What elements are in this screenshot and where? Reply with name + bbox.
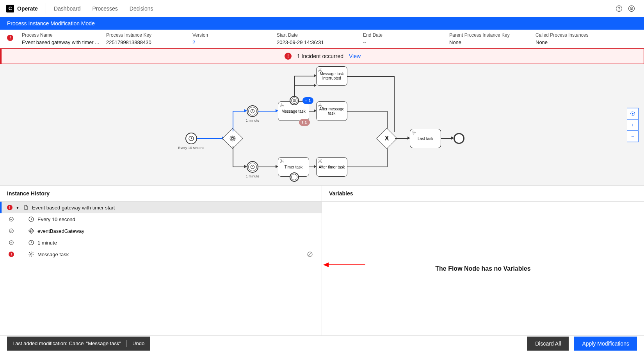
- bpmn-intermediate-timer-upper[interactable]: [247, 105, 258, 117]
- meta-label-version: Version: [192, 32, 270, 38]
- user-icon[interactable]: [625, 2, 638, 15]
- bpmn-boundary-message-event[interactable]: [290, 96, 299, 105]
- help-icon[interactable]: [613, 2, 625, 15]
- chip-divider: [126, 340, 127, 347]
- bpmn-intermediate-timer-lower[interactable]: [247, 161, 258, 173]
- check-status-icon: [9, 228, 14, 234]
- history-panel-title: Instance History: [0, 186, 322, 202]
- history-row-message-task[interactable]: ! Message task: [0, 248, 322, 260]
- svg-point-16: [413, 132, 415, 133]
- svg-point-23: [30, 230, 32, 232]
- check-status-icon: [9, 216, 14, 222]
- discard-all-button[interactable]: Discard All: [527, 337, 569, 351]
- svg-point-3: [631, 7, 633, 9]
- bottom-action-bar: Last added modification: Cancel "Message…: [0, 335, 644, 351]
- meta-label-process-instance-key: Process Instance Key: [106, 32, 186, 38]
- nav-link-processes[interactable]: Processes: [92, 5, 117, 12]
- token-badge-incident: !1: [299, 119, 310, 126]
- history-row-every-10-second[interactable]: Every 10 second: [0, 213, 322, 225]
- app-logo: C: [6, 5, 14, 12]
- svg-point-10: [281, 105, 283, 106]
- nav-link-decisions[interactable]: Decisions: [130, 5, 153, 12]
- meta-value-end-date: --: [363, 39, 443, 45]
- bpmn-start-label: Every 10 second: [176, 146, 207, 150]
- zoom-in-button[interactable]: +: [627, 119, 639, 131]
- svg-point-12: [320, 70, 321, 71]
- gear-icon: [28, 251, 34, 257]
- diagram-zoom-controls: + −: [627, 108, 639, 142]
- svg-point-8: [251, 109, 254, 113]
- history-root-label: Event based gateway with timer start: [32, 205, 115, 211]
- meta-label-process-name: Process Name: [22, 32, 100, 38]
- instance-history-panel: Instance History ! ▼ Event based gateway…: [0, 186, 322, 335]
- history-item-label: eventBasedGateway: [37, 228, 84, 234]
- meta-value-process-name: Event based gateway with timer ...: [22, 39, 100, 45]
- zoom-reset-button[interactable]: [627, 108, 639, 119]
- nav-link-dashboard[interactable]: Dashboard: [54, 5, 81, 12]
- history-item-label: Message task: [37, 252, 69, 257]
- svg-point-1: [619, 10, 619, 10]
- incident-strip-icon: !: [285, 53, 292, 60]
- svg-rect-11: [293, 100, 296, 102]
- undo-button[interactable]: Undo: [132, 340, 144, 346]
- meta-label-parent-key: Parent Process Instance Key: [449, 32, 529, 38]
- bpmn-diagram-viewport[interactable]: Every 10 second 1 minute 1 minute: [0, 64, 644, 186]
- check-status-icon: [9, 240, 14, 245]
- history-row-event-based-gateway[interactable]: eventBasedGateway: [0, 225, 322, 237]
- last-modification-chip: Last added modification: Cancel "Message…: [7, 337, 150, 351]
- cancel-modification-icon: [307, 251, 313, 257]
- history-root-row[interactable]: ! ▼ Event based gateway with timer start: [0, 202, 322, 213]
- variables-panel: Variables The Flow Node has no Variables: [322, 186, 644, 335]
- meta-value-start-date: 2023-09-29 14:36:31: [277, 39, 357, 45]
- diamond-icon: [28, 228, 34, 234]
- svg-point-13: [320, 105, 321, 106]
- document-icon: [23, 204, 29, 211]
- top-nav: C Operate Dashboard Processes Decisions: [0, 0, 644, 17]
- instance-meta-bar: ! Process Name Event based gateway with …: [0, 30, 644, 48]
- svg-point-24: [9, 241, 14, 245]
- bpmn-start-timer-event[interactable]: [185, 133, 197, 144]
- meta-label-called-processes: Called Process Instances: [535, 32, 633, 38]
- svg-marker-7: [231, 137, 234, 139]
- apply-modifications-button[interactable]: Apply Modifications: [574, 337, 637, 351]
- svg-point-21: [9, 229, 14, 233]
- incident-status-icon: !: [9, 252, 14, 257]
- history-item-label: 1 minute: [37, 240, 57, 246]
- lower-panels: Instance History ! ▼ Event based gateway…: [0, 186, 644, 335]
- bpmn-timer2-label: 1 minute: [242, 174, 263, 178]
- caret-down-icon[interactable]: ▼: [16, 206, 20, 210]
- incident-strip-text: 1 Incident occurred: [297, 53, 343, 59]
- bpmn-boundary-event-timer-task[interactable]: [290, 172, 299, 182]
- bpmn-task-after-timer-task[interactable]: After timer task: [316, 157, 347, 177]
- svg-point-15: [320, 161, 321, 162]
- incident-strip: ! 1 Incident occurred View: [0, 48, 644, 64]
- history-tree: ! ▼ Event based gateway with timer start…: [0, 202, 322, 335]
- svg-point-18: [632, 113, 633, 114]
- svg-point-14: [281, 161, 283, 162]
- nav-divider: [46, 3, 46, 14]
- bpmn-task-message-task-interrupted[interactable]: Message task interrupted: [316, 66, 347, 86]
- zoom-out-button[interactable]: −: [627, 130, 639, 142]
- bpmn-task-after-message-task[interactable]: After message task: [316, 101, 347, 121]
- meta-value-version[interactable]: 2: [192, 39, 270, 45]
- svg-point-19: [9, 217, 14, 222]
- history-row-1-minute[interactable]: 1 minute: [0, 237, 322, 248]
- incident-status-icon: !: [7, 205, 12, 210]
- meta-label-start-date: Start Date: [277, 32, 357, 38]
- svg-point-26: [30, 254, 32, 255]
- bpmn-timer1-label: 1 minute: [242, 119, 263, 122]
- history-item-label: Every 10 second: [37, 216, 75, 222]
- meta-value-process-instance-key: 2251799813888430: [106, 39, 186, 45]
- svg-rect-22: [28, 228, 34, 233]
- variables-empty-message: The Flow Node has no Variables: [322, 202, 644, 335]
- meta-value-parent-key: None: [449, 39, 529, 45]
- token-badge-remove: – 1: [302, 97, 313, 104]
- app-brand: Operate: [17, 5, 38, 12]
- incident-view-link[interactable]: View: [349, 53, 361, 59]
- svg-point-9: [251, 165, 254, 168]
- bpmn-end-event[interactable]: [454, 133, 464, 144]
- variables-panel-title: Variables: [322, 186, 644, 202]
- bpmn-task-last-task[interactable]: Last task: [410, 129, 441, 148]
- meta-value-called-processes: None: [535, 39, 633, 45]
- modification-mode-banner: Process Instance Modification Mode: [0, 17, 644, 30]
